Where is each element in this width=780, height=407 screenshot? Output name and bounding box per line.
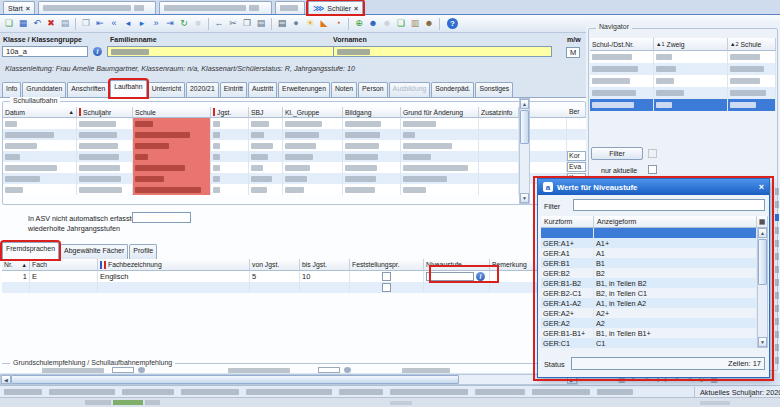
tab-person[interactable]: Person (358, 82, 388, 97)
column-header[interactable]: Fachbezeichnung (98, 259, 250, 271)
tab-profile[interactable]: Profile (129, 244, 157, 259)
nav-fast-forward-icon[interactable]: » (150, 17, 163, 30)
given-name-input[interactable] (333, 46, 552, 57)
hint-icon[interactable]: ☀ (304, 17, 317, 30)
column-header[interactable]: Schule (133, 107, 211, 118)
paste-icon[interactable]: ▤ (255, 17, 268, 30)
preview-icon[interactable]: ● (290, 17, 303, 30)
schullaufbahn-vertical-scrollbar[interactable]: ▲ ▼ (519, 98, 530, 204)
student-inactive-icon[interactable]: ☻ (381, 17, 394, 30)
tab-sonderpäd-[interactable]: Sonderpäd. (431, 82, 474, 97)
dialog-row[interactable]: GER:B2-C1B2, in Teilen C1 (541, 288, 757, 298)
new-record-icon[interactable]: ❏ (3, 17, 16, 30)
scrollbar-thumb[interactable] (11, 375, 459, 384)
column-header[interactable]: Feststellungspr. (350, 259, 424, 271)
picker-icon[interactable] (138, 367, 145, 373)
dialog-row[interactable]: GER:A2A2 (541, 318, 757, 328)
nur-aktuelle-checkbox[interactable] (648, 165, 657, 174)
scrollbar-thumb[interactable] (520, 110, 529, 144)
tab-ausbildung[interactable]: Ausbildung (389, 82, 431, 97)
cut-icon[interactable]: ✂ (227, 17, 240, 30)
edit-table-icon[interactable]: ▤ (59, 17, 72, 30)
picker-icon[interactable] (344, 367, 351, 373)
undo-icon[interactable]: ↶ (31, 17, 44, 30)
tab-redacted-1[interactable] (38, 1, 156, 14)
dialog-row[interactable]: GER:A1A1 (541, 248, 757, 258)
filter-checkbox[interactable] (648, 149, 657, 158)
filter-button[interactable]: Filter (591, 147, 643, 160)
column-header[interactable]: Jgst. (211, 107, 249, 118)
tab-anschriften[interactable]: Anschriften (67, 82, 109, 97)
tab-unterricht[interactable]: Unterricht (148, 82, 185, 97)
dialog-row[interactable]: GER:B2B2 (541, 268, 757, 278)
scroll-down-icon[interactable]: ▼ (758, 337, 767, 347)
horizontal-scrollbar[interactable]: ◀ ▶ (0, 374, 578, 385)
stop-icon[interactable]: ■ (192, 17, 205, 30)
empfehlung-input[interactable] (318, 367, 340, 373)
print-icon[interactable]: ▤ (276, 17, 289, 30)
column-header[interactable]: Fach (30, 259, 98, 271)
help-icon[interactable]: ? (447, 18, 458, 29)
tab-laufbahn[interactable]: Laufbahn (110, 80, 146, 97)
tab-schueler[interactable]: ⋙ Schüler × (308, 1, 363, 14)
navigator-row[interactable] (590, 63, 776, 75)
dialog-row[interactable]: GER:B1B1 (541, 258, 757, 268)
column-header[interactable]: Anzeigeform (594, 216, 757, 228)
close-icon[interactable]: × (354, 5, 358, 12)
close-icon[interactable]: × (26, 5, 30, 12)
schullaufbahn-row[interactable] (3, 129, 520, 140)
nav-last-icon[interactable]: ⇥ (164, 17, 177, 30)
scrollbar-thumb[interactable] (758, 239, 767, 285)
tab-grunddaten[interactable]: Grunddaten (22, 82, 66, 97)
tab-start[interactable]: Start × (3, 1, 35, 14)
gender-input[interactable]: M (566, 47, 580, 58)
column-header[interactable]: Kurzform (541, 216, 594, 228)
column-header[interactable]: Datum▲ (3, 107, 77, 118)
tab-info[interactable]: Info (2, 82, 21, 97)
schullaufbahn-row[interactable] (3, 173, 520, 184)
schullaufbahn-row[interactable] (3, 184, 520, 195)
tab-sonstiges[interactable]: Sonstiges (475, 82, 513, 97)
tab-noten[interactable]: Noten (331, 82, 357, 97)
dialog-row[interactable]: GER:A2+A2+ (541, 308, 757, 318)
schullaufbahn-row[interactable] (3, 151, 520, 162)
back-icon[interactable]: ← (213, 17, 226, 30)
schullaufbahn-row[interactable] (3, 140, 520, 151)
navigator-row[interactable] (590, 51, 776, 63)
feststellungspruefung-checkbox[interactable] (382, 272, 391, 281)
column-header[interactable]: Grund für Änderung (401, 107, 479, 118)
account-icon[interactable]: ☻ (423, 17, 436, 30)
tab-eintritt[interactable]: Eintritt (220, 82, 247, 97)
navigator-row[interactable] (590, 75, 776, 87)
column-header[interactable]: von Jgst. (250, 259, 300, 271)
copy-icon[interactable]: ❐ (241, 17, 254, 30)
tab-fremdsprachen[interactable]: Fremdsprachen (2, 242, 59, 259)
dialog-row[interactable]: GER:B1-B1+B1, in Teilen B1+ (541, 328, 757, 338)
fremdsprachen-row[interactable] (2, 282, 578, 293)
column-header[interactable]: Schul-/Dst.Nr. (590, 38, 654, 51)
column-header[interactable]: Bildgang (343, 107, 401, 118)
empfehlung-input[interactable] (112, 367, 134, 373)
column-header[interactable]: Zusatzinfo (479, 107, 519, 118)
column-header[interactable]: SBJ (249, 107, 283, 118)
tab-austritt[interactable]: Austritt (248, 82, 277, 97)
navigator-row[interactable] (590, 99, 776, 111)
wiederholte-jahrgangsstufen-input[interactable] (132, 212, 191, 223)
scroll-up-icon[interactable]: ▲ (520, 99, 529, 109)
tab-erweiterungen[interactable]: Erweiterungen (278, 82, 330, 97)
dialog-row[interactable]: GER:A1-A2A1, in Teilen A2 (541, 298, 757, 308)
column-header[interactable]: ▲1Zweig (654, 38, 728, 51)
tab-redacted-2[interactable] (159, 1, 272, 14)
scroll-up-icon[interactable]: ▲ (758, 228, 767, 238)
feststellungspruefung-checkbox[interactable] (382, 283, 391, 292)
info-icon[interactable]: i (93, 47, 102, 56)
column-header[interactable]: ▲2Schule (728, 38, 776, 51)
nav-forward-icon[interactable]: ▸ (136, 17, 149, 30)
dialog-row[interactable]: GER:B1-B2B1, in Teilen B2 (541, 278, 757, 288)
close-icon[interactable]: × (759, 182, 764, 192)
tab-abgewählte-fächer[interactable]: Abgewählte Fächer (60, 244, 128, 259)
niveaustufe-input[interactable] (426, 272, 474, 281)
schullaufbahn-row[interactable] (3, 162, 520, 173)
dialog-filter-input[interactable] (573, 199, 765, 211)
nav-back-icon[interactable]: ◂ (122, 17, 135, 30)
